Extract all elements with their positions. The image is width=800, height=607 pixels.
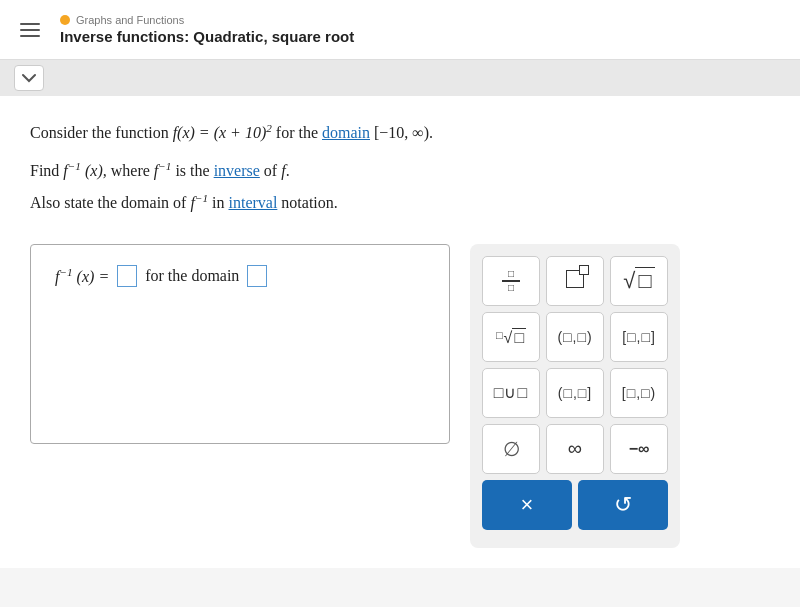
chevron-down-button[interactable] (14, 65, 44, 91)
top-bar-text: Graphs and Functions Inverse functions: … (60, 14, 354, 45)
nthroot-icon: □√□ (496, 327, 526, 347)
clear-button[interactable]: × (482, 480, 572, 530)
answer-input-main[interactable] (117, 265, 137, 287)
inverse-link[interactable]: inverse (214, 162, 260, 179)
problem-line-3: Also state the domain of f−1 in interval… (30, 190, 770, 216)
answer-input-domain[interactable] (247, 265, 267, 287)
empty-set-key[interactable]: ∅ (482, 424, 540, 474)
hamburger-button[interactable] (14, 17, 46, 43)
notation-label: notation. (281, 194, 337, 211)
answer-content: f−1 (x) = for the domain (55, 265, 267, 287)
find-expr: f−1 (x), (63, 162, 106, 179)
orange-dot (60, 15, 70, 25)
clear-icon: × (521, 492, 534, 518)
problem-line-2: Find f−1 (x), where f−1 is the inverse o… (30, 156, 770, 186)
top-bar-subtitle: Graphs and Functions (60, 14, 354, 26)
empty-set-icon: ∅ (503, 437, 520, 461)
undo-button[interactable]: ↺ (578, 480, 668, 530)
neg-infinity-key[interactable]: −∞ (610, 424, 668, 474)
work-area: f−1 (x) = for the domain □ □ (30, 244, 770, 548)
function-expr: f(x) = (x + 10)2 (173, 124, 276, 141)
problem-line-1: Consider the function f(x) = (x + 10)2 f… (30, 120, 770, 146)
subtitle-label: Graphs and Functions (76, 14, 184, 26)
open-interval-icon: (□,□) (557, 329, 592, 345)
closed-open-interval-key[interactable]: [□,□) (610, 368, 668, 418)
nthroot-key[interactable]: □√□ (482, 312, 540, 362)
in-label: in (212, 194, 224, 211)
undo-icon: ↺ (614, 492, 632, 518)
open-closed-interval-key[interactable]: (□,□] (546, 368, 604, 418)
page-title: Inverse functions: Quadratic, square roo… (60, 28, 354, 45)
fraction-icon: □ □ (502, 269, 520, 293)
consider-text: Consider the function (30, 124, 169, 141)
infinity-icon: ∞ (568, 437, 582, 460)
union-icon: □∪□ (494, 383, 528, 402)
closed-interval-key[interactable]: [□,□] (610, 312, 668, 362)
superscript-key[interactable] (546, 256, 604, 306)
closed-open-interval-icon: [□,□) (622, 385, 656, 401)
neg-infinity-icon: −∞ (629, 440, 650, 458)
chevron-row (0, 60, 800, 96)
where-label: where (111, 162, 150, 179)
closed-interval-icon: [□,□] (622, 329, 656, 345)
open-interval-key[interactable]: (□,□) (546, 312, 604, 362)
sqrt-icon: √□ (623, 268, 654, 294)
main-content: Consider the function f(x) = (x + 10)2 f… (0, 96, 800, 568)
answer-prefix: f−1 (x) = (55, 266, 109, 286)
top-bar: Graphs and Functions Inverse functions: … (0, 0, 800, 60)
also-label: Also state the domain of (30, 194, 186, 211)
interval-link[interactable]: interval (228, 194, 277, 211)
fraction-key[interactable]: □ □ (482, 256, 540, 306)
bottom-row: × ↺ (482, 480, 668, 536)
of-f-text: of f. (264, 162, 290, 179)
answer-box: f−1 (x) = for the domain (30, 244, 450, 444)
for-text: for the (276, 124, 318, 141)
open-closed-interval-icon: (□,□] (558, 385, 592, 401)
is-text: is the (175, 162, 213, 179)
union-key[interactable]: □∪□ (482, 368, 540, 418)
superscript-icon (566, 270, 584, 291)
domain-value: [−10, ∞). (374, 124, 433, 141)
math-keypad: □ □ √□ □√□ (□,□) (470, 244, 680, 548)
infinity-key[interactable]: ∞ (546, 424, 604, 474)
sqrt-key[interactable]: √□ (610, 256, 668, 306)
find-label: Find (30, 162, 59, 179)
domain-link[interactable]: domain (322, 124, 370, 141)
for-domain-label: for the domain (145, 267, 239, 285)
also-expr: f−1 (190, 194, 212, 211)
inverse-expr: f−1 (154, 162, 176, 179)
